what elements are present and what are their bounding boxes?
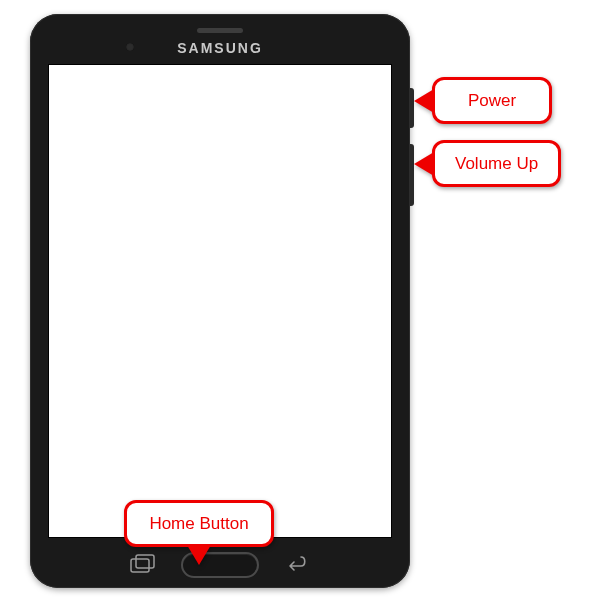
callout-home-button: Home Button	[124, 500, 274, 565]
callout-volume-up: Volume Up	[414, 140, 561, 187]
arrow-down-icon	[187, 545, 211, 565]
callout-home-label: Home Button	[124, 500, 274, 547]
speaker-grille	[197, 28, 243, 33]
tablet-screen	[48, 64, 392, 538]
callout-power: Power	[414, 77, 552, 124]
brand-logo: SAMSUNG	[30, 40, 410, 56]
callout-power-label: Power	[432, 77, 552, 124]
arrow-left-icon	[414, 89, 434, 113]
arrow-left-icon	[414, 152, 434, 176]
callout-volume-label: Volume Up	[432, 140, 561, 187]
back-icon[interactable]	[284, 554, 310, 574]
